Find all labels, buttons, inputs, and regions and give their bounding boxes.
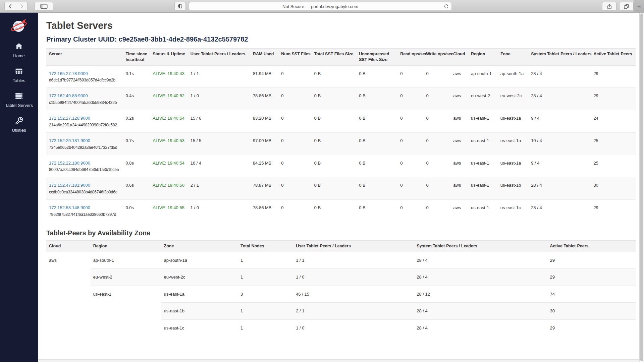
privacy-report-button[interactable]: [174, 2, 186, 11]
sidebar-item-label: Tables: [0, 78, 38, 83]
col-system-peers: System Tablet-Peers / Leaders: [414, 240, 547, 252]
tserver-uuid: 80007aa0cc064db6847b35b1a3b1bce5: [49, 167, 120, 172]
az-row: aws ap-south-1 ap-south-1a 1 1 / 1 28 / …: [46, 252, 636, 269]
page-footer-strip: [38, 359, 639, 362]
tserver-uuid: 214a6e29f1a24c449829390b72f0a582: [49, 122, 120, 128]
forward-button[interactable]: [16, 2, 28, 11]
tserver-link[interactable]: 172.152.29.181:9000: [49, 138, 90, 143]
col-active-peers: Active Tablet-Peers: [547, 240, 636, 252]
tserver-link[interactable]: 172.152.47.181:9000: [49, 183, 90, 188]
share-icon: [606, 3, 612, 10]
chevron-right-icon: [18, 3, 24, 9]
tserver-uuid: 7962f975327f41f6a1ae338660b7397d: [49, 212, 120, 217]
status-alive: ALIVE: 19:40:53: [150, 132, 187, 155]
col-num-sst: Num SST Files: [278, 49, 311, 66]
tserver-link[interactable]: 172.162.49.88:9000: [49, 93, 88, 98]
sidebar-item-label: Utilities: [0, 128, 38, 133]
yugabyte-logo[interactable]: [12, 19, 25, 33]
col-total-nodes: Total Nodes: [238, 240, 293, 252]
panel-left-icon: [40, 3, 48, 9]
az-region-cell: us-east-1: [91, 286, 161, 336]
az-table: Cloud Region Zone Total Nodes User Table…: [46, 240, 636, 337]
az-header-row: Cloud Region Zone Total Nodes User Table…: [46, 240, 636, 252]
main-content: Tablet Servers Primary Cluster UUID: c9e…: [38, 13, 639, 362]
new-tab-button[interactable]: +: [634, 0, 644, 13]
share-button[interactable]: [602, 2, 616, 11]
sidebar-item-tables[interactable]: Tables: [0, 67, 38, 83]
home-icon: [14, 46, 23, 52]
col-read-ops: Read ops/sec: [397, 49, 423, 66]
cluster-uuid-heading: Primary Cluster UUID: c9e25ae8-3bb1-4de2…: [46, 36, 636, 43]
status-alive: ALIVE: 19:40:54: [150, 110, 187, 133]
tserver-uuid: ccdb0c0ca33448038b4d86746f3b0d6c: [49, 189, 120, 195]
tablet-servers-icon: [14, 96, 23, 101]
tserver-uuid: 7345e0652b404292a3ae46f17327fd5d: [49, 145, 120, 150]
tserver-row: 172.152.29.181:90007345e0652b404292a3ae4…: [46, 132, 636, 155]
plus-icon: +: [637, 3, 641, 10]
tserver-link[interactable]: 172.152.58.148:9000: [49, 205, 90, 210]
tserver-uuid: d6dc1d7b97724ff693d857d4dfcc9e2b: [49, 77, 120, 83]
col-region: Region: [91, 240, 161, 252]
tserver-link[interactable]: 172.152.22.180:9000: [49, 161, 90, 166]
sidebar-item-utilities[interactable]: Utilities: [0, 117, 38, 133]
col-status: Status & Uptime: [150, 49, 187, 66]
az-section-title: Tablet-Peers by Availability Zone: [46, 229, 636, 237]
tserver-row: 172.152.58.148:90007962f975327f41f6a1ae3…: [46, 200, 636, 222]
status-alive: ALIVE: 19:40:43: [150, 65, 187, 88]
col-user-peers: User Tablet-Peers / Leaders: [293, 240, 414, 252]
reload-icon[interactable]: [443, 4, 449, 11]
sidebar-item-label: Home: [0, 53, 38, 58]
tserver-row: 172.152.47.181:9000ccdb0c0ca33448038b4d8…: [46, 177, 636, 200]
address-bar[interactable]: Not Secure — portal.dev.yugabyte.com: [189, 2, 452, 11]
browser-toolbar: Not Secure — portal.dev.yugabyte.com +: [0, 0, 644, 13]
vertical-scrollbar[interactable]: [639, 13, 644, 362]
tserver-uuid: c155b984f2f74004a5a6d559834c422b: [49, 100, 120, 105]
shield-icon: [177, 3, 183, 9]
col-total-sst: Total SST Files Size: [312, 49, 357, 66]
tserver-row: 172.152.22.180:900080007aa0cc064db6847b3…: [46, 155, 636, 177]
sidebar: Home Tables T: [0, 13, 38, 362]
back-button[interactable]: [4, 2, 16, 11]
scrollbar-thumb[interactable]: [640, 13, 643, 361]
col-system-peers: System Tablet-Peers / Leaders: [528, 49, 591, 66]
utilities-icon: [15, 120, 23, 126]
col-zone: Zone: [498, 49, 528, 66]
sidebar-item-tablet-servers[interactable]: Tablet Servers: [0, 92, 38, 108]
tablet-servers-table: Server Time since heartbeat Status & Upt…: [46, 48, 636, 222]
tserver-row: 172.162.49.88:9000c155b984f2f74004a5a6d5…: [46, 88, 636, 110]
tserver-row: 172.165.27.78:9000d6dc1d7b97724ff693d857…: [46, 65, 636, 88]
tabs-icon: [623, 3, 630, 10]
col-server: Server: [46, 49, 123, 66]
sidebar-toggle-button[interactable]: [35, 2, 53, 11]
col-cloud: Cloud: [450, 49, 468, 66]
table-header-row: Server Time since heartbeat Status & Upt…: [46, 49, 636, 66]
tab-overview-button[interactable]: [619, 2, 634, 11]
address-bar-url: Not Secure — portal.dev.yugabyte.com: [282, 4, 358, 9]
sidebar-item-label: Tablet Servers: [0, 103, 38, 108]
status-alive: ALIVE: 19:40:55: [150, 200, 187, 222]
tserver-link[interactable]: 172.152.27.126:9000: [49, 116, 90, 121]
az-cloud-cell: aws: [46, 252, 91, 336]
col-heartbeat: Time since heartbeat: [123, 49, 150, 66]
az-row: eu-west-2 eu-west-2c 1 1 / 0 28 / 4 29: [46, 269, 636, 286]
col-user-peers: User Tablet-Peers / Leaders: [188, 49, 250, 66]
col-ram: RAM Used: [250, 49, 278, 66]
col-zone: Zone: [161, 240, 238, 252]
col-uncompressed-sst: Uncompressed SST Files Size: [356, 49, 397, 66]
status-alive: ALIVE: 19:40:52: [150, 88, 187, 110]
col-region: Region: [468, 49, 498, 66]
az-row: us-east-1 us-east-1a 3 46 / 15 28 / 12 7…: [46, 286, 636, 303]
tables-icon: [14, 71, 23, 76]
sidebar-item-home[interactable]: Home: [0, 42, 38, 58]
status-alive: ALIVE: 19:40:50: [150, 177, 187, 200]
tserver-row: 172.152.27.126:9000214a6e29f1a24c4498293…: [46, 110, 636, 133]
page-title: Tablet Servers: [46, 20, 636, 31]
col-cloud: Cloud: [46, 240, 91, 252]
status-alive: ALIVE: 19:40:54: [150, 155, 187, 177]
tserver-link[interactable]: 172.165.27.78:9000: [49, 71, 88, 76]
col-active-peers: Active Tablet-Peers: [591, 49, 636, 66]
chevron-left-icon: [7, 3, 13, 9]
col-write-ops: Write ops/sec: [423, 49, 450, 66]
